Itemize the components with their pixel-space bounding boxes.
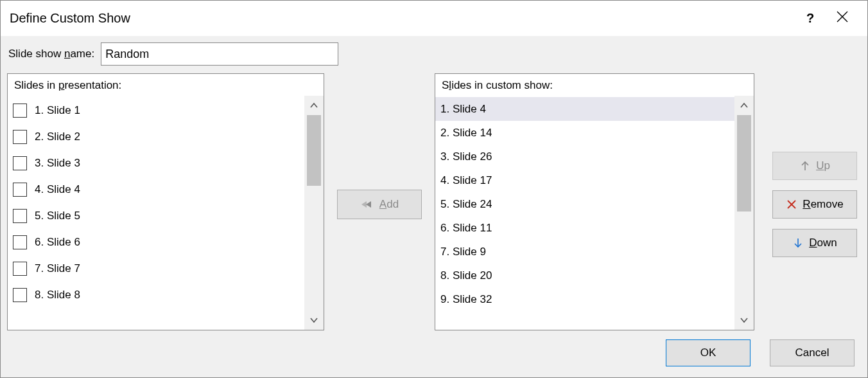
list-item-label: 6. Slide 6 <box>35 236 80 249</box>
name-label: Slide show name: <box>8 48 94 60</box>
arrow-up-icon <box>799 160 811 172</box>
help-button[interactable]: ? <box>794 11 826 26</box>
list-item-label: 4. Slide 4 <box>35 183 80 196</box>
mid-area: Slides in presentation: 1. Slide 12. Sli… <box>7 73 861 335</box>
list-item-label: 2. Slide 14 <box>440 127 492 140</box>
arrow-down-icon <box>792 237 804 249</box>
list-item[interactable]: 4. Slide 17 <box>435 168 734 192</box>
list-item[interactable]: 5. Slide 5 <box>8 203 304 229</box>
scrollbar-track[interactable] <box>734 115 754 310</box>
list-item[interactable]: 6. Slide 6 <box>8 229 304 255</box>
list-item-label: 6. Slide 11 <box>440 222 492 235</box>
scrollbar-thumb[interactable] <box>307 115 321 186</box>
ok-button[interactable]: OK <box>666 339 751 366</box>
checkbox[interactable] <box>13 104 27 118</box>
list-item[interactable]: 7. Slide 9 <box>435 240 734 264</box>
list-item[interactable]: 2. Slide 2 <box>8 123 304 150</box>
checkbox[interactable] <box>13 156 27 170</box>
list-item-label: 8. Slide 8 <box>35 289 80 302</box>
list-item-label: 7. Slide 9 <box>440 246 486 258</box>
list-item[interactable]: 1. Slide 4 <box>435 97 734 121</box>
checkbox[interactable] <box>13 183 27 197</box>
checkbox[interactable] <box>13 235 27 249</box>
slide-show-name-input[interactable] <box>101 42 338 66</box>
list-item[interactable]: 5. Slide 24 <box>435 192 734 216</box>
list-item-label: 9. Slide 32 <box>440 293 492 306</box>
close-icon <box>837 11 848 22</box>
slides-in-presentation-header: Slides in presentation: <box>8 74 324 96</box>
list-item-label: 5. Slide 24 <box>440 198 492 211</box>
dialog-title: Define Custom Show <box>10 11 794 26</box>
slides-in-presentation-listbox: Slides in presentation: 1. Slide 12. Sli… <box>7 73 324 330</box>
scrollbar-track[interactable] <box>304 115 324 310</box>
remove-x-icon <box>786 199 797 210</box>
list-item[interactable]: 7. Slide 7 <box>8 255 304 282</box>
list-item[interactable]: 6. Slide 11 <box>435 216 734 240</box>
list-item[interactable]: 3. Slide 26 <box>435 145 734 168</box>
list-item-label: 3. Slide 3 <box>35 157 80 170</box>
down-button[interactable]: Down <box>772 229 857 257</box>
list-item[interactable]: 1. Slide 1 <box>8 97 304 123</box>
list-item-label: 5. Slide 5 <box>35 210 80 222</box>
scroll-down-arrow-icon[interactable] <box>734 310 754 330</box>
slides-in-custom-show-header: Slides in custom show: <box>435 74 754 96</box>
list-item-label: 7. Slide 7 <box>35 262 80 275</box>
list-item-label: 1. Slide 4 <box>440 103 486 116</box>
dialog-footer: OK Cancel <box>7 335 861 371</box>
close-button[interactable] <box>826 11 858 26</box>
up-button[interactable]: Up <box>772 152 857 180</box>
scroll-up-arrow-icon[interactable] <box>304 96 324 115</box>
add-column: Add <box>324 73 435 335</box>
checkbox[interactable] <box>13 262 27 276</box>
reorder-buttons: Up Remove Down <box>754 73 861 335</box>
list-item[interactable]: 3. Slide 3 <box>8 150 304 176</box>
define-custom-show-dialog: Define Custom Show ? Slide show name: Sl… <box>0 0 868 378</box>
list-item[interactable]: 8. Slide 20 <box>435 264 734 287</box>
remove-button[interactable]: Remove <box>772 190 857 219</box>
checkbox[interactable] <box>13 288 27 302</box>
scroll-up-arrow-icon[interactable] <box>734 96 754 115</box>
scrollbar-thumb[interactable] <box>737 115 751 212</box>
name-row: Slide show name: <box>8 42 861 66</box>
add-button[interactable]: Add <box>337 190 422 219</box>
list-item-label: 4. Slide 17 <box>440 174 492 187</box>
list-item-label: 2. Slide 2 <box>35 130 80 143</box>
dialog-body: Slide show name: Slides in presentation:… <box>1 36 867 377</box>
list-item-label: 1. Slide 1 <box>35 104 80 117</box>
list-item[interactable]: 8. Slide 8 <box>8 282 304 308</box>
list-item-label: 8. Slide 20 <box>440 269 492 282</box>
checkbox[interactable] <box>13 209 27 223</box>
slides-in-custom-show-list[interactable]: 1. Slide 42. Slide 143. Slide 264. Slide… <box>435 96 734 330</box>
add-arrow-icon <box>360 200 374 209</box>
cancel-button[interactable]: Cancel <box>770 339 855 366</box>
titlebar: Define Custom Show ? <box>1 1 867 36</box>
list-item[interactable]: 4. Slide 4 <box>8 176 304 203</box>
scroll-down-arrow-icon[interactable] <box>304 310 324 330</box>
left-scrollbar[interactable] <box>304 96 324 330</box>
list-item-label: 3. Slide 26 <box>440 150 492 163</box>
right-scrollbar[interactable] <box>734 96 754 330</box>
list-item[interactable]: 9. Slide 32 <box>435 287 734 311</box>
slides-in-presentation-list[interactable]: 1. Slide 12. Slide 23. Slide 34. Slide 4… <box>8 96 304 330</box>
list-item[interactable]: 2. Slide 14 <box>435 121 734 145</box>
slides-in-custom-show-listbox: Slides in custom show: 1. Slide 42. Slid… <box>435 73 754 330</box>
checkbox[interactable] <box>13 130 27 144</box>
